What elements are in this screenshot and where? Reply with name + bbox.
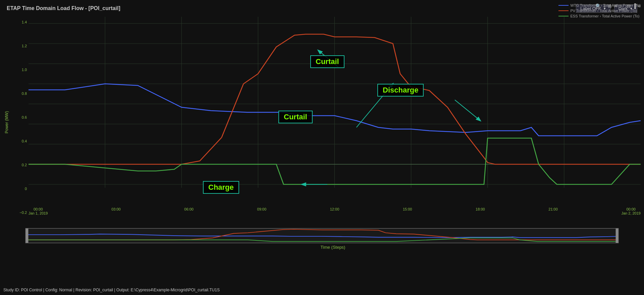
- y-tick-14: 1.4: [22, 20, 27, 24]
- y-tick-0: 0: [25, 187, 27, 191]
- mini-chart[interactable]: [25, 228, 619, 243]
- main-chart-area: Power (MW) 1.4 1.2 1.0 0.8 0.6 0.4 0.2 0…: [0, 17, 644, 228]
- chart-container: Curtail Curtail Discharge Charge 00:00 J…: [29, 17, 641, 228]
- y-tick-02: 0.2: [22, 163, 27, 167]
- y-tick-06: 0.6: [22, 115, 27, 119]
- annotation-curtail2: Curtail: [278, 111, 313, 123]
- app: 🔍 + ⊞ ✕ ↔ ⊟ ▐ ≡ ETAP Time Domain Load Fl…: [0, 0, 644, 295]
- legend-item-wtg: WTG Transformer › Total Active Power (To…: [558, 3, 641, 7]
- status-bar: Study ID: POI Control | Config: Normal |…: [3, 288, 641, 292]
- x-tick-0: 00:00 Jan 1, 2019: [29, 207, 48, 223]
- x-tick-15: 15:00: [403, 207, 412, 223]
- svg-line-19: [455, 100, 480, 121]
- legend-item-pv: PV Transformer › Total Active Power (To): [558, 9, 641, 13]
- legend-label-pv: PV Transformer › Total Active Power (To): [571, 9, 637, 13]
- annotation-discharge: Discharge: [377, 84, 424, 97]
- legend: WTG Transformer › Total Active Power (To…: [558, 3, 641, 18]
- y-tick-04: 0.4: [22, 139, 27, 143]
- x-tick-3: 03:00: [111, 207, 121, 223]
- y-tick-10: 1.0: [22, 68, 27, 72]
- header: ETAP Time Domain Load Flow - [POI_curtai…: [0, 0, 644, 17]
- annotation-charge: Charge: [203, 181, 239, 194]
- x-axis: 00:00 Jan 1, 2019 03:00 06:00 09:00 12:0…: [29, 206, 641, 223]
- svg-rect-24: [616, 228, 619, 243]
- x-tick-21: 21:00: [548, 207, 558, 223]
- status-text: Study ID: POI Control | Config: Normal |…: [3, 288, 220, 292]
- annotation-curtail1: Curtail: [310, 55, 344, 68]
- y-axis-label: Power (MW): [3, 17, 10, 228]
- page-title: ETAP Time Domain Load Flow - [POI_curtai…: [7, 5, 120, 11]
- y-tick-neg02: −0.2: [19, 211, 27, 215]
- chart-svg: [29, 17, 641, 204]
- y-tick-08: 0.8: [22, 92, 27, 96]
- legend-label-wtg: WTG Transformer › Total Active Power (To…: [571, 3, 641, 7]
- time-steps-label: Time (Steps): [25, 245, 641, 250]
- x-tick-6: 06:00: [184, 207, 194, 223]
- x-tick-9: 09:00: [257, 207, 267, 223]
- x-tick-18: 18:00: [476, 207, 485, 223]
- x-tick-12: 12:00: [330, 207, 339, 223]
- x-tick-24: 00:00 Jan 2, 2019: [621, 207, 641, 223]
- y-axis: 1.4 1.2 1.0 0.8 0.6 0.4 0.2 0 −0.2: [12, 17, 29, 228]
- y-tick-12: 1.2: [22, 44, 27, 48]
- svg-rect-23: [25, 228, 28, 243]
